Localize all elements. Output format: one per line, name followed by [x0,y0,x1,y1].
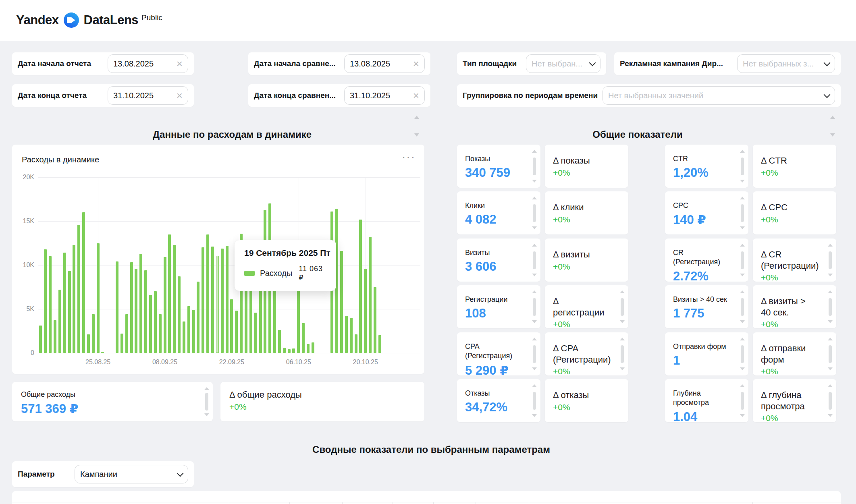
scroll-thumb[interactable] [741,392,744,410]
card-scrollbar[interactable] [827,244,833,276]
card-scrollbar[interactable] [532,290,537,323]
card-scrollbar[interactable] [532,197,537,229]
card-scrollbar[interactable] [740,290,745,323]
bar[interactable] [369,237,372,353]
card-scrollbar[interactable] [827,290,833,323]
scroll-down-icon[interactable] [414,133,419,137]
scroll-thumb[interactable] [829,345,832,363]
scroll-thumb[interactable] [533,251,536,269]
scroll-up-icon[interactable] [532,384,537,387]
bar[interactable] [130,262,133,353]
scroll-up-icon[interactable] [532,244,537,247]
scroll-down-icon[interactable] [740,226,745,229]
bar[interactable] [340,251,343,353]
scroll-down-icon[interactable] [740,414,745,417]
scroll-down-icon[interactable] [204,413,209,416]
card-scrollbar[interactable] [740,338,745,370]
scroll-up-icon[interactable] [532,150,537,153]
scroll-up-icon[interactable] [532,197,537,199]
bar[interactable] [183,321,185,353]
bar[interactable] [345,316,348,353]
bar[interactable] [302,323,305,353]
bar[interactable] [87,334,90,353]
scroll-down-icon[interactable] [532,367,537,370]
scroll-up-icon[interactable] [740,244,745,247]
scroll-up-icon[interactable] [828,338,833,340]
scroll-thumb[interactable] [829,298,832,316]
scroll-up-icon[interactable] [830,116,835,119]
scroll-thumb[interactable] [741,345,744,363]
bar[interactable] [168,234,171,353]
card-scrollbar[interactable] [740,244,745,276]
section-scrollbar[interactable] [829,115,836,137]
scroll-up-icon[interactable] [532,338,537,340]
bar[interactable] [125,314,128,353]
bar[interactable] [149,295,152,353]
card-scrollbar[interactable] [532,244,537,276]
scroll-down-icon[interactable] [828,320,833,323]
bar[interactable] [197,282,199,353]
bar[interactable] [259,286,262,353]
scroll-down-icon[interactable] [620,367,625,370]
bar[interactable] [101,352,104,353]
scroll-down-icon[interactable] [740,274,745,276]
bar[interactable] [254,313,257,353]
end-report-date-input[interactable]: 31.10.2025 × [108,86,188,105]
bar[interactable] [54,320,56,353]
bar[interactable] [206,234,209,353]
bar[interactable] [63,253,66,353]
clear-icon[interactable]: × [177,58,183,69]
card-scrollbar[interactable] [740,384,745,417]
scroll-up-icon[interactable] [740,290,745,293]
chart-menu-dots-icon[interactable]: ··· [402,150,416,163]
bar[interactable] [144,270,147,353]
bar[interactable] [288,349,291,353]
site-type-select[interactable]: Нет выбран... [526,54,600,73]
card-scrollbar[interactable] [204,387,210,416]
bar[interactable] [226,246,229,353]
scroll-down-icon[interactable] [830,133,835,137]
scroll-up-icon[interactable] [620,338,625,340]
scroll-thumb[interactable] [741,251,744,269]
bar[interactable] [178,276,181,353]
bar[interactable] [39,326,42,353]
scroll-up-icon[interactable] [204,387,209,390]
clear-icon[interactable]: × [413,58,419,69]
bar[interactable] [378,335,381,353]
card-scrollbar[interactable] [619,338,625,370]
bar[interactable] [49,256,52,353]
card-scrollbar[interactable] [532,338,537,370]
scroll-thumb[interactable] [741,298,744,316]
bar[interactable] [92,314,95,353]
section-scrollbar[interactable] [413,115,420,137]
card-scrollbar[interactable] [740,197,745,229]
clear-icon[interactable]: × [177,90,183,101]
scroll-down-icon[interactable] [532,226,537,229]
bar[interactable] [278,330,281,353]
scroll-down-icon[interactable] [828,367,833,370]
bar[interactable] [211,247,214,353]
bar[interactable] [235,311,238,353]
bar[interactable] [312,342,314,353]
scroll-up-icon[interactable] [740,150,745,153]
bar[interactable] [135,269,137,353]
bar[interactable] [68,271,71,353]
card-scrollbar[interactable] [532,150,537,183]
bar[interactable] [73,245,75,353]
bar[interactable] [307,344,310,353]
bar[interactable] [249,281,252,353]
bar[interactable] [154,291,157,353]
bar[interactable] [192,310,195,353]
scroll-down-icon[interactable] [532,414,537,417]
grouping-select[interactable]: Нет выбранных значений [603,86,835,105]
bar[interactable] [292,348,295,353]
bar[interactable] [216,256,219,353]
scroll-thumb[interactable] [741,204,744,222]
bar[interactable] [116,261,118,353]
bar[interactable] [44,249,47,353]
scroll-thumb[interactable] [741,158,744,175]
scroll-down-icon[interactable] [532,274,537,276]
scroll-up-icon[interactable] [414,116,419,119]
bar[interactable] [77,225,80,353]
scroll-up-icon[interactable] [828,290,833,293]
